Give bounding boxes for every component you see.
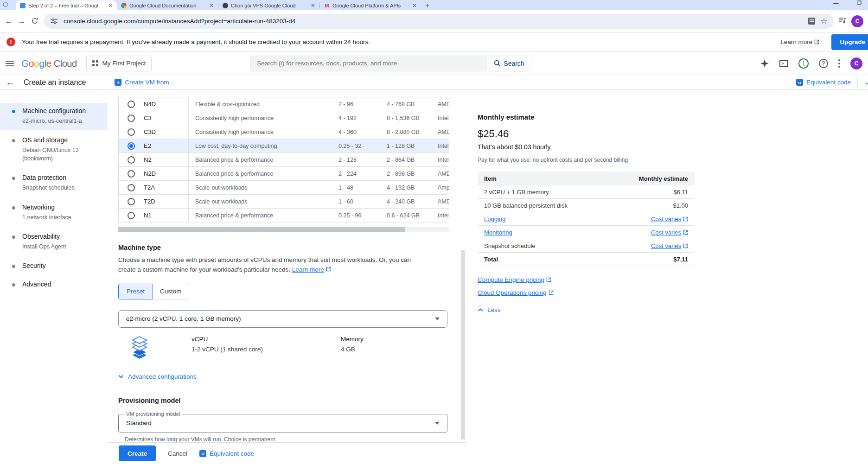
window-minimize-button[interactable]: — bbox=[833, 0, 838, 6]
cloud-operations-pricing-link[interactable]: Cloud Operations pricing bbox=[478, 289, 703, 296]
series-row-n2[interactable]: N2 Balanced price & performance 2 - 128 … bbox=[119, 153, 449, 167]
window-profile-icon[interactable]: ⬡ bbox=[3, 1, 10, 8]
series-row-c3[interactable]: C3 Consistently high performance 4 - 192… bbox=[119, 111, 449, 125]
sidebar-item-networking[interactable]: Networking 1 network interface bbox=[0, 199, 108, 227]
console-search-bar[interactable] bbox=[250, 56, 487, 71]
series-row-e2-selected[interactable]: E2 Low cost, day-to-day computing 0.25 -… bbox=[119, 139, 449, 153]
cost-varies-link[interactable]: Cost varies bbox=[651, 229, 688, 236]
cloud-shell-icon[interactable]: >_ bbox=[779, 60, 788, 67]
collapse-panel-icon[interactable]: ← bbox=[864, 78, 868, 87]
tab-title: Step 2 of 2 – Free trial – Googl bbox=[28, 3, 105, 8]
estimate-row-disk: 10 GB balanced persistent disk $1.00 bbox=[478, 199, 695, 212]
menu-icon[interactable] bbox=[6, 61, 14, 66]
account-avatar[interactable]: C bbox=[850, 57, 862, 70]
gcp-favicon: M bbox=[324, 3, 330, 8]
machine-type-learn-more-link[interactable]: Learn more bbox=[292, 266, 324, 273]
window-restore-button[interactable]: ❐ bbox=[857, 0, 862, 6]
machine-type-dropdown[interactable]: e2-micro (2 vCPU, 1 core, 1 GB memory) bbox=[118, 310, 447, 328]
monitoring-link[interactable]: Monitoring bbox=[484, 229, 512, 236]
cancel-button[interactable]: Cancel bbox=[168, 450, 187, 457]
browser-tab[interactable]: M Google Cloud Platform & APIs ✕ bbox=[320, 0, 421, 10]
series-row-t2a[interactable]: T2A Scale-out workloads 1 - 48 4 - 192 G… bbox=[119, 181, 449, 195]
url-text[interactable]: console.cloud.google.com/compute/instanc… bbox=[64, 18, 803, 25]
create-vm-from-button[interactable]: + Create VM from... bbox=[115, 79, 174, 86]
tab-close-icon[interactable]: ✕ bbox=[412, 2, 417, 9]
memory-value: 4 GB bbox=[341, 346, 434, 353]
logging-link[interactable]: Logging bbox=[484, 216, 505, 222]
create-vm-icon: + bbox=[115, 79, 121, 86]
reload-icon[interactable] bbox=[31, 17, 39, 25]
search-input[interactable] bbox=[257, 60, 480, 67]
docs-favicon bbox=[121, 3, 127, 8]
series-row-n1[interactable]: N1 Balanced price & performance 0.25 - 9… bbox=[119, 209, 449, 222]
radio-button[interactable] bbox=[128, 212, 135, 219]
radio-button[interactable] bbox=[128, 114, 135, 122]
tab-close-icon[interactable]: ✕ bbox=[209, 2, 214, 9]
step-bullet bbox=[12, 235, 15, 239]
banner-learn-more-link[interactable]: Learn more bbox=[780, 38, 819, 45]
radio-button[interactable] bbox=[128, 101, 135, 108]
tab-close-icon[interactable]: ✕ bbox=[311, 2, 315, 9]
forward-icon[interactable]: → bbox=[18, 17, 26, 25]
radio-button[interactable] bbox=[128, 170, 135, 178]
upgrade-button[interactable]: Upgrade bbox=[831, 34, 868, 50]
create-button[interactable]: Create bbox=[119, 445, 156, 461]
series-row-t2d[interactable]: T2D Scale-out workloads 1 - 60 4 - 240 G… bbox=[119, 195, 449, 209]
cost-varies-link[interactable]: Cost varies bbox=[651, 216, 688, 222]
sidebar-item-os-and-storage[interactable]: OS and storage Debian GNU/Linux 12 (book… bbox=[0, 132, 108, 168]
site-settings-icon[interactable] bbox=[50, 17, 58, 25]
new-tab-button[interactable]: + bbox=[426, 2, 429, 9]
tab-close-icon[interactable]: ✕ bbox=[108, 2, 113, 9]
tab-custom[interactable]: Custom bbox=[153, 284, 189, 299]
main-vertical-scrollbar[interactable] bbox=[461, 250, 465, 439]
notifications-badge[interactable]: 1 bbox=[798, 58, 809, 69]
layers-icon bbox=[128, 336, 152, 360]
browser-navbar: ← → console.cloud.google.com/compute/ins… bbox=[0, 10, 868, 32]
alert-icon: ! bbox=[6, 38, 15, 46]
radio-button-selected[interactable] bbox=[128, 142, 135, 150]
series-row-c3d[interactable]: C3D Consistently high performance 4 - 36… bbox=[119, 125, 449, 139]
sidebar-item-advanced[interactable]: Advanced bbox=[0, 276, 108, 293]
sidebar-item-machine-configuration[interactable]: Machine configuration e2-micro, us-centr… bbox=[0, 103, 108, 130]
equivalent-code-button-top[interactable]: ‹› Equivalent code bbox=[796, 79, 851, 86]
memory-label: Memory bbox=[341, 336, 434, 343]
reading-list-icon[interactable] bbox=[838, 17, 847, 25]
monthly-estimate-panel: Monthly estimate $25.46 That's about $0.… bbox=[466, 90, 703, 464]
equivalent-code-button-bottom[interactable]: ‹› Equivalent code bbox=[199, 450, 254, 457]
sidebar-item-observability[interactable]: Observability Install Ops Agent bbox=[0, 229, 108, 256]
google-cloud-logo[interactable]: Google Cloud bbox=[21, 58, 77, 69]
back-arrow-icon[interactable]: ← bbox=[6, 78, 14, 87]
help-icon[interactable]: ? bbox=[819, 59, 828, 68]
browser-tab[interactable]: Google Cloud Documentation ✕ bbox=[117, 0, 218, 10]
radio-button[interactable] bbox=[128, 156, 135, 164]
url-bar[interactable]: console.cloud.google.com/compute/instanc… bbox=[44, 14, 834, 29]
sidebar-item-security[interactable]: Security bbox=[0, 258, 108, 274]
more-options-icon[interactable] bbox=[838, 59, 840, 68]
less-toggle[interactable]: Less bbox=[478, 306, 703, 313]
scrollbar-thumb[interactable] bbox=[118, 227, 405, 232]
steps-sidebar: Machine configuration e2-micro, us-centr… bbox=[0, 90, 108, 464]
cost-varies-link[interactable]: Cost varies bbox=[651, 242, 688, 249]
browser-tab-active[interactable]: Step 2 of 2 – Free trial – Googl ✕ bbox=[16, 0, 117, 10]
search-icon bbox=[494, 60, 501, 67]
project-picker-button[interactable]: My First Project bbox=[86, 56, 152, 71]
radio-button[interactable] bbox=[128, 184, 135, 191]
browser-tab[interactable]: Chọn gói VPS Google Cloud ✕ bbox=[218, 0, 319, 10]
series-row-n4d[interactable]: N4D Flexible & cost-optimized 2 - 96 4 -… bbox=[119, 97, 449, 111]
tab-preset-selected[interactable]: Preset bbox=[118, 284, 153, 299]
advanced-configurations-toggle[interactable]: Advanced configurations bbox=[118, 373, 449, 380]
series-row-n2d[interactable]: N2D Balanced price & performance 2 - 224… bbox=[119, 167, 449, 181]
radio-button[interactable] bbox=[128, 198, 135, 205]
bookmark-star-icon[interactable]: ☆ bbox=[821, 17, 827, 25]
browser-profile-avatar[interactable]: C bbox=[851, 15, 863, 27]
translate-icon[interactable] bbox=[808, 18, 815, 25]
vm-provisioning-model-select[interactable]: VM provisioning model Standard bbox=[118, 414, 447, 432]
radio-button[interactable] bbox=[128, 128, 135, 136]
gemini-sparkle-icon[interactable] bbox=[760, 59, 769, 68]
sidebar-item-data-protection[interactable]: Data protection Snapshot schedules bbox=[0, 170, 108, 197]
back-icon[interactable]: ← bbox=[5, 17, 13, 25]
compute-engine-pricing-link[interactable]: Compute Engine pricing bbox=[478, 276, 703, 283]
table-horizontal-scrollbar[interactable] bbox=[118, 227, 449, 232]
estimate-row-monitoring: Monitoring Cost varies bbox=[478, 226, 695, 239]
search-button[interactable]: Search bbox=[487, 56, 531, 71]
